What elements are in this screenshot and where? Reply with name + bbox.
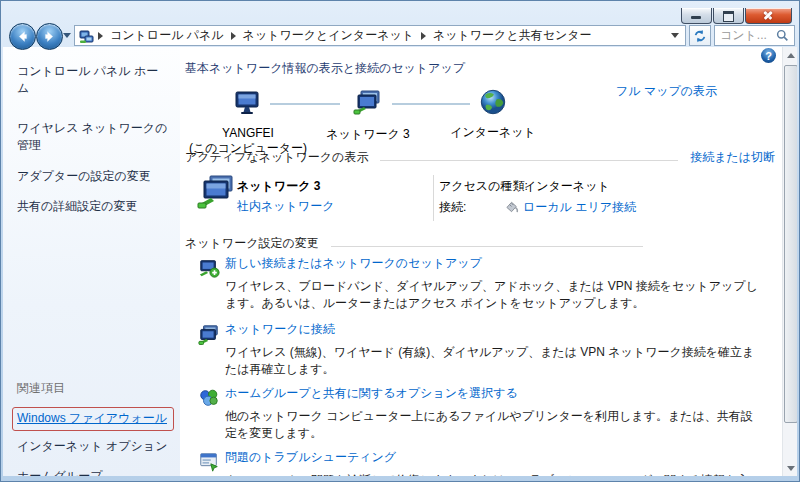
related-items-section: 関連項目 Windows ファイアウォール インターネット オプション ホームグ…: [17, 380, 174, 476]
maximize-icon: [723, 11, 734, 22]
new-connection-icon: [198, 257, 220, 279]
section-rule: [380, 159, 678, 161]
sidebar-item-control-panel-home[interactable]: コントロール パネル ホーム: [17, 63, 169, 98]
refresh-icon: [693, 29, 707, 43]
task-description: 他のネットワーク コンピューター上にあるファイルやプリンターを利用します。または…: [225, 408, 758, 442]
task-connect-to-network: ネットワークに接続 ワイヤレス (無線)、ワイヤード (有線)、ダイヤルアップ、…: [198, 321, 758, 378]
sidebar-item-internet-options[interactable]: インターネット オプション: [17, 438, 174, 455]
task-description: ワイヤレス、ブロードバンド、ダイヤルアップ、アドホック、または VPN 接続をセ…: [225, 278, 758, 312]
scrollbar-thumb[interactable]: [784, 65, 797, 423]
map-node-label: ネットワーク 3: [308, 126, 428, 143]
search-icon[interactable]: [776, 29, 789, 42]
scroll-down-icon: [787, 466, 795, 471]
map-node-network[interactable]: ネットワーク 3: [308, 87, 428, 143]
ethernet-connection-icon: [505, 199, 520, 214]
window-body: コントロール パネル ホーム ワイヤレス ネットワークの管理 アダプターの設定の…: [3, 47, 797, 476]
scroll-up-button[interactable]: [783, 47, 797, 63]
breadcrumb-separator-icon: [231, 32, 236, 40]
back-arrow-icon: [16, 30, 29, 43]
map-node-label: インターネット: [433, 124, 553, 141]
search-placeholder: コント...: [720, 27, 776, 44]
section-rule: [331, 245, 643, 247]
active-networks-header-row: アクティブなネットワークの表示 接続または切断: [185, 149, 775, 166]
recent-pages-dropdown-icon[interactable]: [63, 33, 71, 38]
divider: [433, 175, 434, 221]
active-networks-header: アクティブなネットワークの表示: [185, 149, 368, 166]
network-icon: [352, 87, 384, 119]
network-settings-header: ネットワーク設定の変更: [185, 235, 319, 252]
scroll-up-icon: [787, 53, 795, 58]
highlight-box: Windows ファイアウォール: [12, 407, 174, 431]
task-troubleshoot: 問題のトラブルシューティング ネットワークの問題を診断して修復します。または、ト…: [198, 449, 758, 476]
search-input[interactable]: コント...: [714, 25, 795, 46]
map-node-internet[interactable]: インターネット: [433, 87, 553, 141]
vertical-scrollbar[interactable]: [782, 47, 797, 476]
scroll-down-button[interactable]: [783, 460, 797, 476]
task-description: ネットワークの問題を診断して修復します。または、トラブルシューティングに関する情…: [225, 472, 758, 476]
sidebar: コントロール パネル ホーム ワイヤレス ネットワークの管理 アダプターの設定の…: [3, 47, 180, 476]
network-settings-header-row: ネットワーク設定の変更: [185, 235, 655, 252]
troubleshoot-icon: [198, 451, 220, 473]
computer-icon: [232, 87, 264, 119]
connection-label: 接続:: [439, 199, 466, 216]
breadcrumb-control-panel[interactable]: コントロール パネル: [106, 25, 228, 46]
forward-arrow-icon: [43, 30, 56, 43]
access-type-label: アクセスの種類:: [439, 178, 528, 195]
help-icon: ?: [765, 50, 772, 62]
back-button[interactable]: [9, 23, 36, 50]
task-link[interactable]: 問題のトラブルシューティング: [225, 449, 758, 466]
connect-disconnect-link[interactable]: 接続または切断: [690, 149, 775, 166]
active-network-name: ネットワーク 3: [237, 178, 320, 195]
network-location-icon: [79, 28, 95, 44]
help-button[interactable]: ?: [761, 48, 776, 63]
maximize-button[interactable]: [713, 8, 744, 24]
breadcrumb-separator-icon: [98, 32, 103, 40]
page-title: 基本ネットワーク情報の表示と接続のセットアップ: [185, 60, 465, 77]
main-content: 基本ネットワーク情報の表示と接続のセットアップ フル マップの表示 YANGFE…: [180, 47, 782, 476]
connect-network-icon: [198, 323, 220, 345]
access-type-value: インターネット: [524, 178, 610, 195]
related-items-header: 関連項目: [17, 380, 174, 397]
minimize-button[interactable]: [681, 8, 712, 24]
address-bar[interactable]: コントロール パネル ネットワークとインターネット ネットワークと共有センター: [74, 25, 686, 46]
task-link[interactable]: 新しい接続またはネットワークのセットアップ: [225, 255, 758, 272]
window-controls: [681, 8, 792, 24]
sidebar-item-homegroup[interactable]: ホームグループ: [17, 468, 174, 476]
local-area-connection-link[interactable]: ローカル エリア接続: [523, 199, 636, 216]
breadcrumb-network-internet[interactable]: ネットワークとインターネット: [239, 25, 418, 46]
task-link[interactable]: ホームグループと共有に関するオプションを選択する: [225, 385, 758, 402]
address-dropdown-icon[interactable]: [671, 33, 679, 38]
map-node-computer[interactable]: YANGFEI (このコンピューター): [188, 87, 308, 157]
task-description: ワイヤレス (無線)、ワイヤード (有線)、ダイヤルアップ、または VPN ネッ…: [225, 344, 758, 378]
full-map-link[interactable]: フル マップの表示: [616, 83, 717, 100]
window-frame: コントロール パネル ネットワークとインターネット ネットワークと共有センター …: [0, 0, 800, 482]
globe-icon: [478, 87, 508, 117]
map-node-label: YANGFEI: [188, 126, 308, 140]
minimize-icon: [691, 16, 701, 19]
homegroup-icon: [198, 387, 220, 409]
network-type-link[interactable]: 社内ネットワーク: [237, 198, 334, 215]
sidebar-item-windows-firewall[interactable]: Windows ファイアウォール: [17, 411, 167, 425]
sidebar-item-manage-wireless[interactable]: ワイヤレス ネットワークの管理: [17, 120, 169, 155]
sidebar-item-change-adapter-settings[interactable]: アダプターの設定の変更: [17, 168, 169, 185]
active-network-icon[interactable]: [196, 173, 236, 213]
task-new-connection: 新しい接続またはネットワークのセットアップ ワイヤレス、ブロードバンド、ダイヤル…: [198, 255, 758, 312]
sidebar-item-advanced-sharing[interactable]: 共有の詳細設定の変更: [17, 198, 169, 215]
breadcrumb-network-sharing-center[interactable]: ネットワークと共有センター: [429, 25, 596, 46]
forward-button[interactable]: [36, 23, 63, 50]
task-homegroup-options: ホームグループと共有に関するオプションを選択する 他のネットワーク コンピュータ…: [198, 385, 758, 442]
refresh-button[interactable]: [689, 25, 711, 46]
task-link[interactable]: ネットワークに接続: [225, 321, 758, 338]
close-button[interactable]: [745, 8, 792, 24]
breadcrumb-separator-icon: [421, 32, 426, 40]
